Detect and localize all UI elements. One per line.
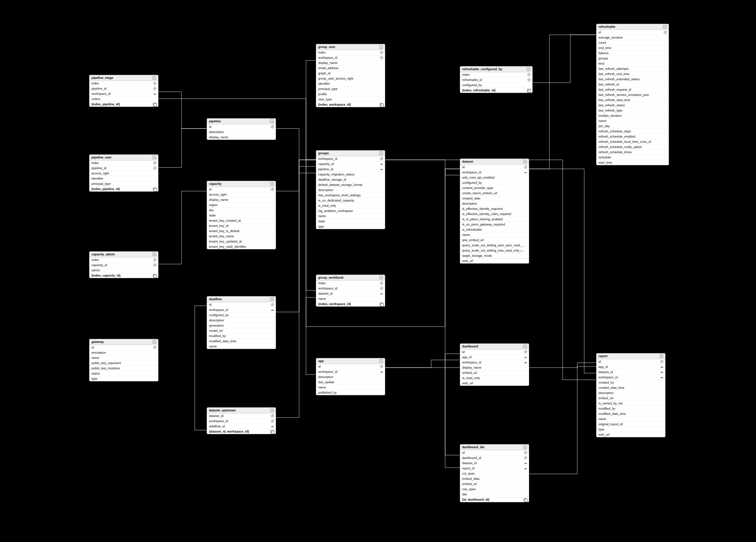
field-row[interactable]: is_owned_by_me [596, 401, 665, 406]
field-row[interactable]: query_scale_out_setting_max_read_only_re… [460, 248, 529, 253]
entity-header[interactable]: refreshable [596, 24, 669, 30]
field-row[interactable]: created_date [460, 196, 529, 201]
expand-icon[interactable] [270, 297, 274, 301]
expand-icon[interactable] [270, 120, 274, 123]
field-row[interactable]: dataset_id⇴ [596, 370, 665, 375]
expand-icon[interactable] [153, 156, 156, 159]
field-row[interactable]: model_url [207, 328, 276, 334]
field-row[interactable]: id⚿ [460, 350, 529, 355]
field-row[interactable]: public_key_modulus [89, 366, 158, 371]
entity-app[interactable]: appid⚿workspace_id⇴descriptionlast_updat… [316, 358, 385, 395]
entity-header[interactable]: dashboard_tile [460, 444, 529, 450]
field-row[interactable]: id⚿ [207, 302, 276, 307]
field-row[interactable]: start_time [596, 160, 669, 165]
field-row[interactable]: created_date_time [596, 385, 665, 391]
field-row[interactable]: index⚿ [460, 72, 532, 77]
field-row[interactable]: last_refresh_request_id [596, 87, 669, 92]
entity-groups[interactable]: groupsworkspace_id⚿capacity_id⇴pipeline_… [316, 150, 385, 229]
field-row[interactable]: status [89, 371, 158, 376]
field-row[interactable]: workspace_id⇴ [460, 170, 529, 175]
entity-gateway[interactable]: gatewayid⚿annotationnamepublic_key_expon… [89, 339, 159, 381]
field-row[interactable]: col_span [460, 471, 529, 476]
field-row[interactable]: index⚿ [89, 257, 158, 263]
field-row[interactable]: name [460, 232, 529, 238]
expand-icon[interactable] [153, 340, 156, 344]
field-row[interactable]: name [596, 417, 665, 422]
field-row[interactable]: embed_url [596, 396, 665, 401]
expand-icon[interactable] [153, 253, 156, 256]
field-row[interactable]: tenant_key_id [207, 223, 276, 229]
field-row[interactable]: content_provider_type [460, 186, 529, 191]
field-row[interactable]: capacity_migration_status [316, 172, 385, 177]
field-row[interactable]: workspace_id⚿ [316, 156, 385, 162]
field-row[interactable]: original_report_id [596, 422, 665, 427]
field-row[interactable]: id⚿ [207, 187, 276, 192]
field-row[interactable]: tenant_key_name [207, 234, 276, 239]
expand-icon[interactable] [523, 160, 527, 163]
expand-icon[interactable] [379, 45, 383, 49]
field-row[interactable]: name [316, 296, 385, 302]
field-row[interactable]: type [596, 427, 665, 432]
field-row[interactable]: principal_type [316, 87, 385, 92]
entity-pipeline_stage[interactable]: pipeline_stageindex⚿pipeline_id⚿workspac… [89, 75, 159, 107]
expand-icon[interactable] [379, 151, 383, 155]
expand-icon[interactable] [153, 76, 156, 80]
field-row[interactable]: configured_by [460, 83, 532, 88]
field-row[interactable]: email_address [316, 66, 385, 71]
field-row[interactable]: configured_by [207, 313, 276, 318]
field-row[interactable]: workspace_id⇴ [89, 91, 158, 97]
field-row[interactable]: dataflow_storage_id [316, 177, 385, 182]
field-row[interactable]: last_update [316, 380, 385, 385]
field-row[interactable]: id⚿ [460, 165, 529, 170]
field-row[interactable]: app_id⇴ [596, 364, 665, 370]
expand-icon[interactable] [270, 182, 274, 186]
field-row[interactable]: last_refresh_end_time [596, 72, 669, 77]
field-row[interactable]: qna_embed_url [460, 238, 529, 243]
field-row[interactable]: is_on_prem_gateway_required [460, 222, 529, 227]
field-row[interactable]: is_read_only [316, 203, 385, 208]
field-row[interactable]: index⚿ [316, 50, 385, 55]
field-row[interactable]: identifier [89, 176, 158, 181]
field-row[interactable]: last_refresh_service_exception_json [596, 92, 669, 98]
field-row[interactable]: median_duration [596, 113, 669, 118]
expand-icon[interactable] [379, 276, 383, 279]
field-row[interactable]: web_url [596, 432, 665, 437]
field-row[interactable]: admin [89, 268, 158, 273]
expand-icon[interactable] [523, 345, 527, 348]
field-row[interactable]: display_name [207, 197, 276, 203]
field-row[interactable]: tenant_key_updated_at [207, 239, 276, 244]
field-row[interactable]: row_span [460, 487, 529, 492]
entity-dataset_upstream[interactable]: dataset_upstreamdataset_id⚿workspace_id⚿… [207, 407, 276, 434]
entity-header[interactable]: gateway [89, 339, 158, 345]
field-row[interactable]: refresh_schedule_local_time_zone_id [596, 139, 669, 145]
field-row[interactable]: last_refresh_start_time [596, 98, 669, 103]
field-row[interactable]: name [316, 385, 385, 390]
field-row[interactable]: web_url [460, 258, 529, 263]
field-row[interactable]: report_id⇴ [460, 466, 529, 471]
field-row[interactable]: app_id⇴ [460, 355, 529, 360]
field-row[interactable]: pipeline_id⚿ [89, 166, 158, 171]
field-row[interactable]: is_in_place_sharing_enabled [460, 217, 529, 222]
field-row[interactable]: index⚿ [89, 81, 158, 86]
field-row[interactable]: default_dataset_storage_format [316, 182, 385, 188]
field-row[interactable]: modified_date_time [207, 339, 276, 344]
field-row[interactable]: modified_by [596, 406, 665, 411]
field-row[interactable]: log_analytics_workspace [316, 208, 385, 214]
field-row[interactable]: type [316, 224, 385, 229]
field-row[interactable]: name [207, 344, 276, 349]
field-row[interactable]: capacity_id⇴ [316, 162, 385, 167]
field-row[interactable]: id⚿ [596, 359, 665, 364]
field-row[interactable]: is_refreshable [460, 227, 529, 232]
field-row[interactable]: created_by [596, 380, 665, 385]
field-row[interactable]: access_right [207, 192, 276, 197]
entity-dataset[interactable]: datasetid⚿workspace_id⇴add_rows_api_enab… [460, 158, 529, 264]
entity-capacity_admin[interactable]: capacity_adminindex⚿capacity_id⚿admin(in… [89, 251, 159, 278]
field-row[interactable]: tenant_key_is_default [207, 229, 276, 234]
field-row[interactable]: principal_type [89, 181, 158, 187]
field-row[interactable]: name [596, 118, 669, 124]
field-row[interactable]: per_day [596, 124, 669, 129]
entity-dataflow[interactable]: dataflowid⚿workspace_id⇴configured_bydes… [207, 296, 276, 349]
field-row[interactable]: count [596, 40, 669, 46]
field-row[interactable]: is_on_dedicated_capacity [316, 198, 385, 203]
field-row[interactable]: display_name [207, 135, 276, 140]
